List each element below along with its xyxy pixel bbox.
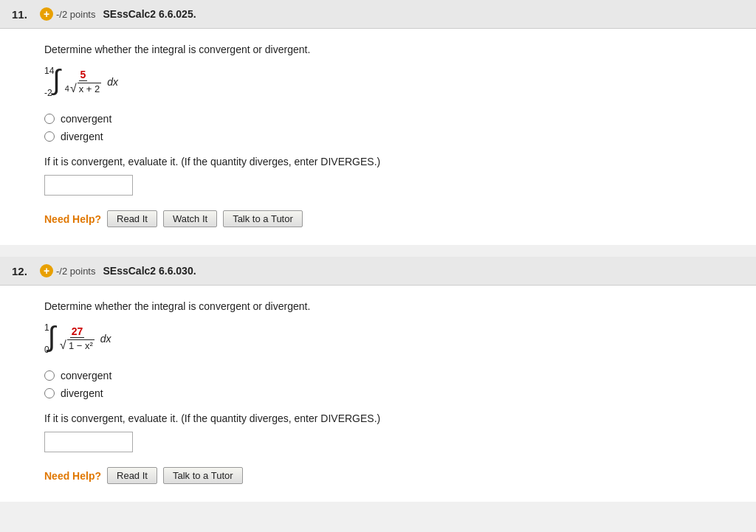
numerator-11: 5	[79, 69, 88, 81]
need-help-label-11: Need Help?	[44, 213, 101, 225]
radio-convergent-input-12[interactable]	[44, 370, 55, 381]
problem-11-number: 11.	[12, 8, 32, 21]
radio-convergent-11[interactable]: convergent	[44, 113, 712, 125]
plus-icon-11: +	[40, 7, 53, 21]
fraction-11: 5 4√x + 2	[63, 69, 103, 95]
problem-id-11: SEssCalc2 6.6.025.	[103, 8, 196, 20]
problem-id-12: SEssCalc2 6.6.030.	[103, 265, 196, 277]
sqrt-content-12: 1 − x²	[67, 339, 94, 351]
plus-icon-12: +	[40, 264, 53, 277]
formula-12: 1 0 ∫ 27 √1 − x² dx	[44, 322, 712, 355]
denominator-12: √1 − x²	[58, 338, 96, 352]
read-it-button-12[interactable]: Read It	[107, 467, 157, 484]
problem-12-number: 12.	[12, 265, 32, 277]
dx-11: dx	[107, 76, 118, 88]
answer-input-12[interactable]	[44, 432, 133, 452]
points-badge-11: + -/2 points	[40, 7, 95, 21]
radio-divergent-12[interactable]: divergent	[44, 387, 712, 399]
points-text-11: -/2 points	[56, 9, 95, 20]
radio-convergent-label-11: convergent	[61, 113, 111, 125]
points-badge-12: + -/2 points	[40, 264, 95, 277]
radio-convergent-input-11[interactable]	[44, 114, 55, 124]
radio-divergent-input-11[interactable]	[44, 131, 55, 142]
question-text-11: Determine whether the integral is conver…	[44, 44, 712, 55]
talk-to-tutor-button-11[interactable]: Talk to a Tutor	[223, 210, 303, 227]
radio-divergent-11[interactable]: divergent	[44, 131, 712, 142]
integral-sign-12: ∫	[48, 322, 55, 355]
problem-11-body: Determine whether the integral is conver…	[0, 29, 756, 245]
radio-group-12: convergent divergent	[44, 370, 712, 399]
problem-12: 12. + -/2 points SEssCalc2 6.6.030. Dete…	[0, 257, 756, 502]
evaluate-text-12: If it is convergent, evaluate it. (If th…	[44, 412, 712, 424]
question-text-12: Determine whether the integral is conver…	[44, 300, 712, 312]
sqrt-content-11: x + 2	[78, 83, 102, 94]
radio-convergent-label-12: convergent	[61, 370, 111, 381]
fraction-12: 27 √1 − x²	[58, 325, 96, 352]
denominator-11: 4√x + 2	[63, 81, 103, 95]
radio-divergent-label-11: divergent	[61, 131, 103, 142]
read-it-button-11[interactable]: Read It	[107, 210, 157, 227]
root-index-11: 4	[65, 84, 69, 93]
need-help-label-12: Need Help?	[44, 470, 101, 482]
numerator-12: 27	[70, 325, 85, 338]
formula-11: 14 -2 ∫ 5 4√x + 2 dx	[44, 66, 712, 98]
points-text-12: -/2 points	[56, 266, 95, 277]
dx-12: dx	[100, 333, 111, 345]
lower-limit-11: -2	[44, 88, 52, 98]
integral-sign-11: ∫	[52, 66, 60, 98]
need-help-row-11: Need Help? Read It Watch It Talk to a Tu…	[44, 210, 712, 227]
radio-divergent-input-12[interactable]	[44, 388, 55, 398]
radio-convergent-12[interactable]: convergent	[44, 370, 712, 381]
need-help-row-12: Need Help? Read It Talk to a Tutor	[44, 467, 712, 484]
answer-input-11[interactable]	[44, 175, 133, 196]
problem-11-header: 11. + -/2 points SEssCalc2 6.6.025.	[0, 0, 756, 29]
evaluate-text-11: If it is convergent, evaluate it. (If th…	[44, 156, 712, 167]
talk-to-tutor-button-12[interactable]: Talk to a Tutor	[163, 467, 243, 484]
problem-11: 11. + -/2 points SEssCalc2 6.6.025. Dete…	[0, 0, 756, 245]
sqrt-symbol-12: √	[60, 339, 66, 352]
watch-it-button-11[interactable]: Watch It	[163, 210, 217, 227]
problem-12-header: 12. + -/2 points SEssCalc2 6.6.030.	[0, 257, 756, 286]
radio-group-11: convergent divergent	[44, 113, 712, 142]
radio-divergent-label-12: divergent	[61, 387, 103, 399]
sqrt-symbol-11: √	[70, 82, 77, 95]
problem-12-body: Determine whether the integral is conver…	[0, 286, 756, 502]
